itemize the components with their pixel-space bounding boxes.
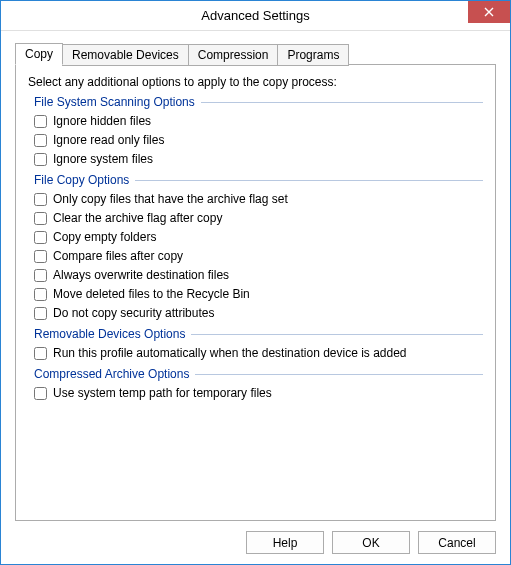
- checkbox-overwrite-dest[interactable]: [34, 269, 47, 282]
- divider: [191, 334, 483, 335]
- dialog-window: Advanced Settings Copy Removable Devices…: [0, 0, 511, 565]
- group-title: Compressed Archive Options: [28, 367, 195, 381]
- option-autorun-device[interactable]: Run this profile automatically when the …: [28, 344, 483, 363]
- tab-panel-copy: Select any additional options to apply t…: [15, 64, 496, 521]
- checkbox-ignore-hidden[interactable]: [34, 115, 47, 128]
- divider: [135, 180, 483, 181]
- option-ignore-system[interactable]: Ignore system files: [28, 150, 483, 169]
- option-ignore-hidden[interactable]: Ignore hidden files: [28, 112, 483, 131]
- option-no-security[interactable]: Do not copy security attributes: [28, 304, 483, 323]
- tab-programs[interactable]: Programs: [277, 44, 349, 66]
- option-label: Run this profile automatically when the …: [53, 345, 407, 362]
- checkbox-recycle-bin[interactable]: [34, 288, 47, 301]
- option-compare-after[interactable]: Compare files after copy: [28, 247, 483, 266]
- divider: [195, 374, 483, 375]
- checkbox-autorun-device[interactable]: [34, 347, 47, 360]
- tab-compression[interactable]: Compression: [188, 44, 279, 66]
- window-title: Advanced Settings: [1, 8, 510, 23]
- group-file-system-scanning: File System Scanning Options Ignore hidd…: [28, 95, 483, 169]
- group-title: Removable Devices Options: [28, 327, 191, 341]
- option-label: Move deleted files to the Recycle Bin: [53, 286, 250, 303]
- tab-removable-devices[interactable]: Removable Devices: [62, 44, 189, 66]
- option-empty-folders[interactable]: Copy empty folders: [28, 228, 483, 247]
- option-label: Copy empty folders: [53, 229, 156, 246]
- group-header: Removable Devices Options: [28, 327, 483, 341]
- option-label: Do not copy security attributes: [53, 305, 214, 322]
- close-icon: [484, 7, 494, 17]
- tabstrip: Copy Removable Devices Compression Progr…: [15, 43, 496, 65]
- group-removable-devices: Removable Devices Options Run this profi…: [28, 327, 483, 363]
- checkbox-ignore-system[interactable]: [34, 153, 47, 166]
- group-header: File Copy Options: [28, 173, 483, 187]
- option-archive-flag[interactable]: Only copy files that have the archive fl…: [28, 190, 483, 209]
- cancel-button[interactable]: Cancel: [418, 531, 496, 554]
- option-clear-archive[interactable]: Clear the archive flag after copy: [28, 209, 483, 228]
- option-label: Ignore read only files: [53, 132, 164, 149]
- dialog-body: Copy Removable Devices Compression Progr…: [1, 31, 510, 564]
- option-ignore-readonly[interactable]: Ignore read only files: [28, 131, 483, 150]
- checkbox-archive-flag[interactable]: [34, 193, 47, 206]
- checkbox-temp-path[interactable]: [34, 387, 47, 400]
- group-compressed-archive: Compressed Archive Options Use system te…: [28, 367, 483, 403]
- checkbox-no-security[interactable]: [34, 307, 47, 320]
- group-title: File System Scanning Options: [28, 95, 201, 109]
- close-button[interactable]: [468, 1, 510, 23]
- option-label: Ignore hidden files: [53, 113, 151, 130]
- group-header: File System Scanning Options: [28, 95, 483, 109]
- group-file-copy: File Copy Options Only copy files that h…: [28, 173, 483, 323]
- group-header: Compressed Archive Options: [28, 367, 483, 381]
- ok-button[interactable]: OK: [332, 531, 410, 554]
- option-recycle-bin[interactable]: Move deleted files to the Recycle Bin: [28, 285, 483, 304]
- checkbox-compare-after[interactable]: [34, 250, 47, 263]
- option-label: Clear the archive flag after copy: [53, 210, 222, 227]
- checkbox-clear-archive[interactable]: [34, 212, 47, 225]
- option-temp-path[interactable]: Use system temp path for temporary files: [28, 384, 483, 403]
- option-label: Compare files after copy: [53, 248, 183, 265]
- titlebar: Advanced Settings: [1, 1, 510, 31]
- option-label: Use system temp path for temporary files: [53, 385, 272, 402]
- intro-text: Select any additional options to apply t…: [28, 75, 483, 89]
- checkbox-ignore-readonly[interactable]: [34, 134, 47, 147]
- option-label: Ignore system files: [53, 151, 153, 168]
- option-label: Only copy files that have the archive fl…: [53, 191, 288, 208]
- group-title: File Copy Options: [28, 173, 135, 187]
- option-overwrite-dest[interactable]: Always overwrite destination files: [28, 266, 483, 285]
- option-label: Always overwrite destination files: [53, 267, 229, 284]
- help-button[interactable]: Help: [246, 531, 324, 554]
- tab-copy[interactable]: Copy: [15, 43, 63, 65]
- divider: [201, 102, 483, 103]
- button-row: Help OK Cancel: [15, 521, 496, 554]
- checkbox-empty-folders[interactable]: [34, 231, 47, 244]
